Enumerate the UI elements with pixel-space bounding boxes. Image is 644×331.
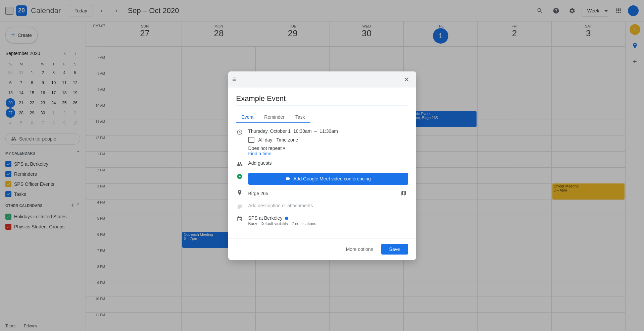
repeat-chevron: ▾ [283,146,285,151]
add-guests-label[interactable]: Add guests [248,159,272,167]
modal-description-row: Add description or attachments [236,203,408,211]
meet-btn-icon [285,176,291,181]
location-icon [236,189,243,197]
allday-row: All day Time zone [248,137,408,143]
more-options-button[interactable]: More options [341,244,379,255]
add-meet-button[interactable]: Add Google Meet video conferencing [248,173,408,185]
datetime-row: Thursday, October 1 10:30am – 11:30am [248,128,408,134]
description-placeholder[interactable]: Add description or attachments [248,202,313,210]
modal-close-button[interactable]: ✕ [401,74,412,85]
meet-icon [236,173,243,181]
event-modal: ☰ ✕ Event Reminder Task Thursday, Octobe… [228,71,416,260]
modal-datetime-row: Thursday, October 1 10:30am – 11:30am Al… [236,128,408,156]
event-time-end[interactable]: 11:30am [319,128,338,134]
timezone-label[interactable]: Time zone [277,137,298,143]
save-button[interactable]: Save [381,244,408,255]
modal-meet-row: Add Google Meet video conferencing [236,173,408,185]
modal-guests-content: Add guests [248,160,408,166]
modal-tabs: Event Reminder Task [236,112,310,123]
modal-guests-row: Add guests [236,160,408,169]
meet-btn-label: Add Google Meet video conferencing [293,176,370,181]
modal-location-content [248,189,408,199]
guests-icon [236,161,243,169]
modal-calendar-content: SPS at Berkeley Busy · Default visibilit… [248,215,408,226]
modal-meet-content: Add Google Meet video conferencing [248,173,408,185]
modal-topbar: ☰ ✕ [228,71,416,88]
tab-reminder[interactable]: Reminder [259,112,290,123]
modal-footer: More options Save [228,238,416,260]
modal-body: Event Reminder Task Thursday, October 1 … [228,88,416,238]
tab-event[interactable]: Event [236,112,259,123]
map-view-button[interactable] [399,189,408,199]
tab-task[interactable]: Task [290,112,310,123]
find-time-link[interactable]: Find a time [248,151,271,156]
modal-location-row [236,189,408,199]
modal-overlay[interactable]: ☰ ✕ Event Reminder Task Thursday, Octobe… [0,0,644,331]
modal-drag-handle: ☰ [232,77,236,82]
modal-description-content: Add description or attachments [248,203,408,208]
allday-label: All day [258,137,273,143]
time-dash: – [314,128,317,134]
event-time-start[interactable]: 10:30am [293,128,311,134]
calendar-status: Busy · Default visibility · 2 notificati… [248,221,408,226]
repeat-label: Does not repeat [248,146,282,151]
repeat-row[interactable]: Does not repeat ▾ [248,146,408,151]
calendar-color-dot [285,217,288,220]
map-icon [401,190,407,196]
allday-checkbox[interactable] [248,137,254,143]
modal-calendar-row: SPS at Berkeley Busy · Default visibilit… [236,215,408,226]
event-title-input[interactable] [236,93,408,106]
calendar-icon [236,216,243,224]
clock-icon [236,129,243,137]
description-icon [236,204,243,211]
event-date[interactable]: Thursday, October 1 [248,128,291,134]
modal-datetime-content: Thursday, October 1 10:30am – 11:30am Al… [248,128,408,156]
location-input[interactable] [248,189,399,198]
calendar-name-display: SPS at Berkeley [248,215,408,221]
